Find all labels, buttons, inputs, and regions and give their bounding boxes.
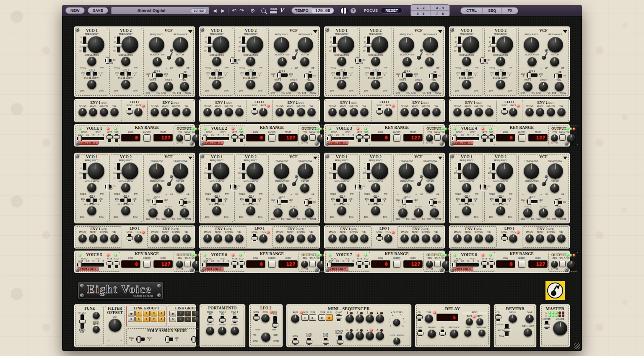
keyb-toggle[interactable] xyxy=(233,261,236,268)
new-button[interactable]: NEW xyxy=(65,7,85,14)
vco-mod-source-switch[interactable] xyxy=(211,199,222,202)
mixer-vco1-knob[interactable] xyxy=(148,208,158,217)
vcf-mod-source-switch[interactable] xyxy=(402,73,413,77)
uni-a-switch[interactable] xyxy=(165,338,173,341)
keyb-toggle[interactable] xyxy=(233,134,236,142)
panel-button[interactable]: CTRL xyxy=(461,8,483,14)
bend-depth-knob[interactable] xyxy=(93,326,100,333)
env-knob[interactable] xyxy=(297,234,305,243)
env-knob[interactable] xyxy=(225,108,233,116)
pulse-width-knob[interactable] xyxy=(121,206,130,215)
pan-knob[interactable] xyxy=(301,134,308,141)
env-knob[interactable] xyxy=(161,234,169,243)
filter-mode-lever[interactable] xyxy=(289,175,298,186)
env-knob[interactable] xyxy=(328,234,337,243)
bp-switch[interactable] xyxy=(429,201,437,204)
delay-inv-toggle[interactable] xyxy=(441,330,444,336)
vco-modulation-knob[interactable] xyxy=(87,183,96,192)
vcf-notch-knob[interactable] xyxy=(175,183,184,193)
pulse-width-knob[interactable] xyxy=(212,206,221,215)
voice-pair-button[interactable]: 7 – 8 xyxy=(430,10,449,16)
env-knob[interactable] xyxy=(350,234,358,243)
env-knob[interactable] xyxy=(432,108,441,116)
lfo1-sync-toggle[interactable] xyxy=(253,108,256,115)
link-group-button[interactable]: 2 xyxy=(184,311,191,316)
vcf-mod-source-switch[interactable] xyxy=(277,73,288,77)
collapse-arrow-icon[interactable] xyxy=(313,157,317,160)
step-pitch-knob[interactable] xyxy=(345,332,354,340)
key-range-low-display[interactable]: 0 xyxy=(371,134,390,141)
key-range-high-display[interactable]: 127 xyxy=(154,134,172,141)
lfo1-rate-knob[interactable] xyxy=(134,108,143,116)
keyb-step-toggle[interactable] xyxy=(307,338,311,345)
filter-mode-lever[interactable] xyxy=(164,49,173,60)
vco-modulation-knob[interactable] xyxy=(371,183,380,192)
vcf-mod-source-switch[interactable] xyxy=(527,73,538,77)
voice-volume-knob[interactable] xyxy=(567,261,575,269)
transpose-slider[interactable] xyxy=(80,314,84,329)
learn-button[interactable] xyxy=(393,261,400,268)
env-knob[interactable] xyxy=(464,234,472,243)
vcf-notch-knob[interactable] xyxy=(550,183,559,193)
mixer-vco2-knob[interactable] xyxy=(414,208,423,217)
vco-octave-slider[interactable] xyxy=(242,163,245,179)
pulse-width-knob[interactable] xyxy=(371,80,380,89)
vco-modulation-knob[interactable] xyxy=(212,57,221,66)
vcf-notch-knob[interactable] xyxy=(550,57,559,66)
voice-assign-slider[interactable] xyxy=(77,137,104,140)
mixer-vco1-knob[interactable] xyxy=(523,208,532,217)
vco-octave-slider[interactable] xyxy=(458,163,461,179)
vcf-modulation-knob[interactable] xyxy=(153,57,162,66)
learn-button[interactable] xyxy=(143,261,151,268)
link-group-button[interactable]: S xyxy=(169,317,176,322)
vco-modulation-knob[interactable] xyxy=(87,57,96,66)
mod-wheel-amount-slider[interactable] xyxy=(273,316,277,328)
reverb-type-slider[interactable] xyxy=(505,324,509,336)
key-range-low-display[interactable]: 0 xyxy=(247,134,265,141)
vco-modulation-knob[interactable] xyxy=(246,183,255,192)
vco-modulation-knob[interactable] xyxy=(371,57,380,66)
seq-rate-knob[interactable] xyxy=(291,314,299,323)
resize-grip[interactable] xyxy=(574,343,580,349)
collapse-arrow-icon[interactable] xyxy=(313,30,317,33)
voice-link-badge[interactable]: VOICE LINK 1 xyxy=(78,141,99,145)
vco-octave-slider[interactable] xyxy=(333,163,336,179)
env-knob[interactable] xyxy=(475,234,483,243)
keyb-toggle[interactable] xyxy=(483,261,486,268)
solo-button[interactable] xyxy=(309,134,316,141)
vco-octave-slider[interactable] xyxy=(367,37,370,52)
tempo-button[interactable]: TEMPO xyxy=(292,8,312,13)
key-range-high-display[interactable]: 127 xyxy=(529,261,547,267)
mixer-vco2-knob[interactable] xyxy=(414,82,423,91)
vco-sync-toggle[interactable] xyxy=(230,185,236,188)
lfo1-sync-toggle[interactable] xyxy=(253,234,256,241)
key-range-high-display[interactable]: 127 xyxy=(279,134,297,141)
vco-mod-source-switch[interactable] xyxy=(120,199,131,202)
save-button[interactable]: SAVE xyxy=(88,7,108,14)
env-knob[interactable] xyxy=(547,108,555,116)
mixer-subnoise-knob[interactable] xyxy=(180,208,189,217)
vco-sync-toggle[interactable] xyxy=(105,59,112,62)
portamento-speed-knob[interactable] xyxy=(206,327,214,335)
seq-toggle[interactable] xyxy=(365,134,368,142)
env-knob[interactable] xyxy=(100,108,108,116)
env-knob[interactable] xyxy=(525,108,534,116)
vco-mod-source-switch[interactable] xyxy=(245,72,256,76)
pulse-width-knob[interactable] xyxy=(371,206,380,215)
focus-label[interactable]: FOCUS xyxy=(364,8,378,13)
vcf-frequency-knob[interactable] xyxy=(274,37,289,52)
link-group-button[interactable]: 7 xyxy=(151,317,157,322)
env-knob[interactable] xyxy=(307,234,316,243)
learn-button[interactable] xyxy=(268,261,275,268)
lfo1-rate-knob[interactable] xyxy=(509,108,517,116)
stop-button[interactable]: ■ xyxy=(318,314,325,321)
pulse-width-knob[interactable] xyxy=(337,80,346,89)
vco-frequency-knob[interactable] xyxy=(462,162,479,179)
solo-button[interactable] xyxy=(434,261,441,267)
vcf-mod-source-switch[interactable] xyxy=(277,200,288,203)
pulse-width-knob[interactable] xyxy=(462,206,471,215)
solo-button[interactable] xyxy=(184,261,191,267)
step-pitch-knob[interactable] xyxy=(376,332,384,340)
voice-link-badge[interactable]: VOICE LINK 2 xyxy=(203,141,223,145)
step-pitch-knob[interactable] xyxy=(376,314,384,323)
